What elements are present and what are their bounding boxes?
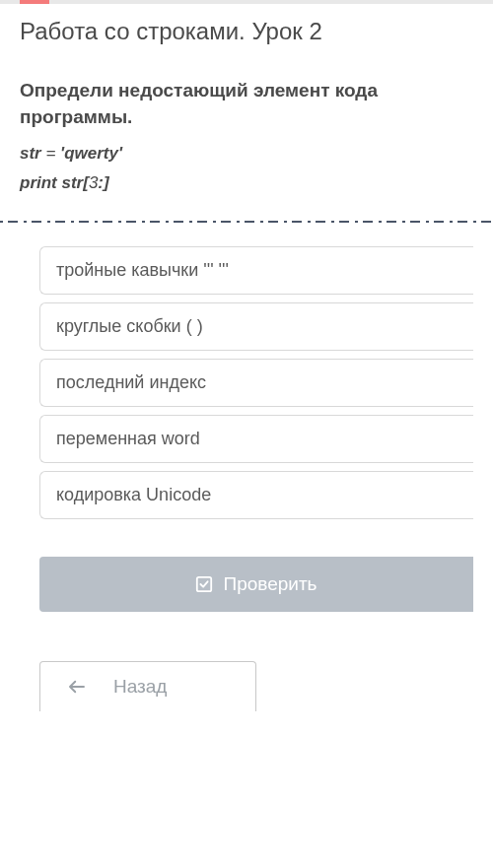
- progress-bar: [0, 0, 493, 4]
- svg-rect-0: [197, 577, 211, 591]
- check-button[interactable]: Проверить: [39, 557, 473, 612]
- code-val: 'qwerty': [60, 144, 122, 163]
- check-button-label: Проверить: [223, 573, 317, 595]
- checkbox-check-icon: [195, 575, 213, 593]
- back-button[interactable]: Назад: [39, 661, 256, 711]
- question-text: Определи недостающий элемент кода програ…: [20, 78, 473, 130]
- back-button-label: Назад: [113, 676, 167, 698]
- code-line-2: print str[3:]: [20, 173, 473, 193]
- option-item[interactable]: тройные кавычки ''' ''': [39, 246, 473, 295]
- divider: [0, 221, 493, 223]
- progress-fill: [20, 0, 49, 4]
- option-item[interactable]: круглые скобки ( ): [39, 302, 473, 351]
- code-print-c: :]: [98, 173, 108, 192]
- code-line-1: str = 'qwerty': [20, 144, 473, 164]
- option-item[interactable]: последний индекс: [39, 359, 473, 407]
- options-list: тройные кавычки ''' ''' круглые скобки (…: [20, 246, 473, 519]
- page-title: Работа со строками. Урок 2: [20, 16, 473, 46]
- code-eq: =: [41, 144, 60, 163]
- code-print-a: print str[: [20, 173, 89, 192]
- code-print-b: 3: [89, 173, 98, 192]
- option-item[interactable]: переменная word: [39, 415, 473, 463]
- arrow-left-icon: [68, 680, 86, 694]
- code-var: str: [20, 144, 41, 163]
- option-item[interactable]: кодировка Unicode: [39, 471, 473, 519]
